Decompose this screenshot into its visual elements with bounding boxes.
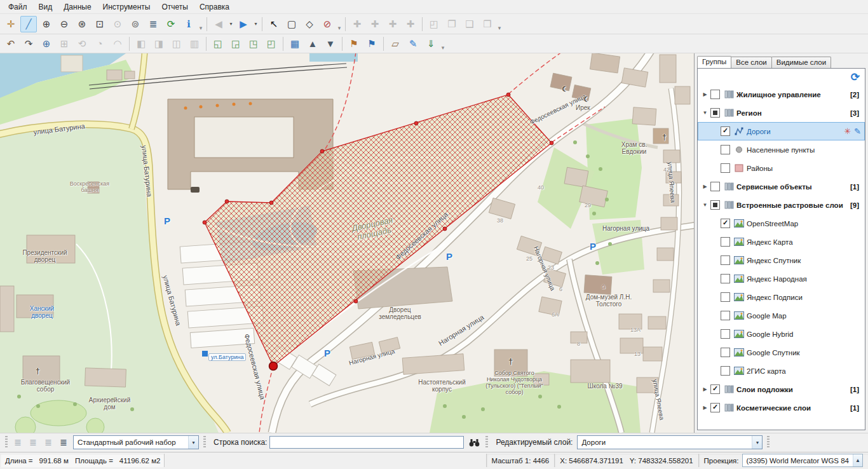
recenter-tool[interactable]: ⊕ <box>38 36 55 52</box>
layer-row-12[interactable]: Google Map <box>698 306 865 325</box>
expander-icon[interactable]: ▶ <box>700 184 710 189</box>
layer-checkbox[interactable] <box>721 348 730 357</box>
pan-tool[interactable]: ✛ <box>3 16 19 32</box>
select-polygon-tool[interactable]: ◇ <box>301 16 318 32</box>
menu-item-0[interactable]: Файл <box>3 1 33 13</box>
toolbar-overflow-button[interactable]: ▾ <box>198 16 204 32</box>
zoom-out-tool[interactable]: ⊖ <box>56 16 72 32</box>
nav-forward-button-dropdown[interactable]: ▾ <box>252 17 259 32</box>
workspace-layers-button-3[interactable]: ≣ <box>41 435 55 449</box>
layout-4-tool[interactable]: ◰ <box>263 36 280 52</box>
layer-row-14[interactable]: Google Спутник <box>698 343 865 362</box>
workspace-layers-button-4[interactable]: ≣ <box>57 435 71 449</box>
tab-0[interactable]: Группы <box>697 56 731 68</box>
layer-row-17[interactable]: ▶Косметические слои[1] <box>698 398 865 417</box>
save-edits-tool[interactable]: ⇓ <box>423 36 439 52</box>
nav-back-button-dropdown[interactable]: ▾ <box>227 17 234 32</box>
layout-3-tool[interactable]: ◳ <box>245 36 262 52</box>
layer-row-15[interactable]: 2ГИС карта <box>698 362 865 380</box>
layer-row-11[interactable]: Яндекс Подписи <box>698 288 865 306</box>
toolbar-overflow-button[interactable]: ▾ <box>336 16 342 32</box>
select-rectangle-tool[interactable]: ▢ <box>283 16 300 32</box>
rotate-cw-tool[interactable]: ↷ <box>20 36 37 52</box>
expander-icon[interactable]: ▼ <box>700 202 710 208</box>
layer-down-tool[interactable]: ▼ <box>322 36 339 52</box>
layer-checkbox[interactable] <box>710 403 720 412</box>
layer-checkbox[interactable] <box>721 163 730 173</box>
layer-checkbox[interactable] <box>721 311 730 320</box>
toolbar-overflow-button[interactable]: ▾ <box>440 36 446 51</box>
style-editor-tool[interactable]: ✎ <box>405 36 421 52</box>
layers-visibility-tool[interactable]: ≣ <box>145 16 161 32</box>
layer-checkbox[interactable] <box>721 329 730 339</box>
menu-item-4[interactable]: Отчеты <box>156 1 193 13</box>
layout-2-tool[interactable]: ◲ <box>227 36 244 52</box>
layer-row-4[interactable]: Районы <box>698 159 865 177</box>
chevron-down-icon[interactable]: ▾ <box>188 436 198 449</box>
menu-item-3[interactable]: Инструменты <box>97 1 156 13</box>
layer-row-16[interactable]: ▶Слои подложки[1] <box>698 380 865 398</box>
measure-length-tool[interactable]: ╱ <box>20 16 37 32</box>
find-button[interactable] <box>465 434 483 451</box>
layer-checkbox[interactable] <box>721 219 730 228</box>
zoom-all-tool[interactable]: ⊛ <box>74 16 90 32</box>
erase-tool[interactable]: ▱ <box>387 36 403 52</box>
zoom-selected-tool[interactable]: ⊚ <box>127 16 144 32</box>
layer-row-8[interactable]: Яндекс Карта <box>698 233 865 251</box>
clear-selection-tool[interactable]: ⊘ <box>319 16 336 32</box>
chevron-up-icon[interactable]: ▲ <box>853 454 862 466</box>
layout-1-tool[interactable]: ◱ <box>210 36 226 52</box>
rotate-ccw-tool[interactable]: ↶ <box>3 36 19 52</box>
search-input[interactable] <box>269 436 464 449</box>
editable-layer-select[interactable]: Дороги ▾ <box>577 435 763 449</box>
layer-row-5[interactable]: ▶Сервисные объекты[1] <box>698 177 865 196</box>
layer-checkbox[interactable] <box>721 126 730 136</box>
layer-row-10[interactable]: Яндекс Народная <box>698 269 865 288</box>
expander-icon[interactable]: ▶ <box>700 386 710 392</box>
layer-row-7[interactable]: OpenStreetMap <box>698 214 865 233</box>
zoom-window-tool[interactable]: ⊡ <box>92 16 108 32</box>
layer-row-0[interactable]: ▶Жилищное управление[2] <box>698 85 865 104</box>
snowflake-icon[interactable]: ✳ <box>844 126 851 136</box>
layer-checkbox[interactable] <box>710 182 720 191</box>
menu-item-1[interactable]: Вид <box>33 1 58 13</box>
workspace-layers-button-1[interactable]: ≣ <box>11 435 25 449</box>
tab-2[interactable]: Видимые слои <box>771 57 831 68</box>
layer-checkbox[interactable] <box>721 145 730 154</box>
layer-row-1[interactable]: ▼Регион[3] <box>698 104 865 122</box>
layer-checkbox[interactable] <box>721 292 730 302</box>
bookmark-go-tool[interactable]: ⚑ <box>363 36 380 52</box>
layer-checkbox[interactable] <box>710 90 720 99</box>
attribute-table-tool[interactable]: ▦ <box>287 36 303 52</box>
nav-forward-button[interactable]: ▶ <box>235 16 252 32</box>
layer-checkbox[interactable] <box>721 237 730 247</box>
zoom-in-tool[interactable]: ⊕ <box>38 16 55 32</box>
layer-up-tool[interactable]: ▲ <box>304 36 321 52</box>
workspace-layers-button-2[interactable]: ≣ <box>26 435 40 449</box>
layer-checkbox[interactable] <box>710 108 720 118</box>
expander-icon[interactable]: ▶ <box>700 405 710 411</box>
bookmark-add-tool[interactable]: ⚑ <box>346 36 362 52</box>
chevron-down-icon[interactable]: ▾ <box>752 436 762 449</box>
layer-row-9[interactable]: Яндекс Спутник <box>698 251 865 269</box>
tab-1[interactable]: Все слои <box>731 57 771 68</box>
layer-checkbox[interactable] <box>710 384 720 394</box>
menu-item-2[interactable]: Данные <box>58 1 97 13</box>
toolbar-overflow-button[interactable]: ▾ <box>496 16 503 32</box>
layer-row-3[interactable]: Населенные пункты <box>698 140 865 159</box>
layer-row-2[interactable]: Дороги✳✎ <box>698 122 865 140</box>
layer-row-13[interactable]: Google Hybrid <box>698 325 865 343</box>
projection-select[interactable]: (3395) World Mercator WGS 84 ▲ <box>742 454 863 467</box>
refresh-map-tool[interactable]: ⟳ <box>163 16 179 32</box>
refresh-layers-icon[interactable]: ⟳ <box>851 71 860 84</box>
workspace-select[interactable]: Стандартный рабочий набор ▾ <box>73 435 199 449</box>
expander-icon[interactable]: ▼ <box>700 110 710 116</box>
menu-item-5[interactable]: Справка <box>194 1 235 13</box>
layer-checkbox[interactable] <box>710 200 720 210</box>
layer-row-6[interactable]: ▼Встроенные растровые слои[9] <box>698 196 865 214</box>
active-vertex[interactable] <box>269 362 278 370</box>
layer-checkbox[interactable] <box>721 274 730 283</box>
select-tool[interactable]: ↖ <box>266 16 282 32</box>
map-viewport[interactable]: улица Батуринаулица Батуринаулица Батури… <box>0 53 695 433</box>
info-tool[interactable]: ℹ <box>180 16 197 32</box>
